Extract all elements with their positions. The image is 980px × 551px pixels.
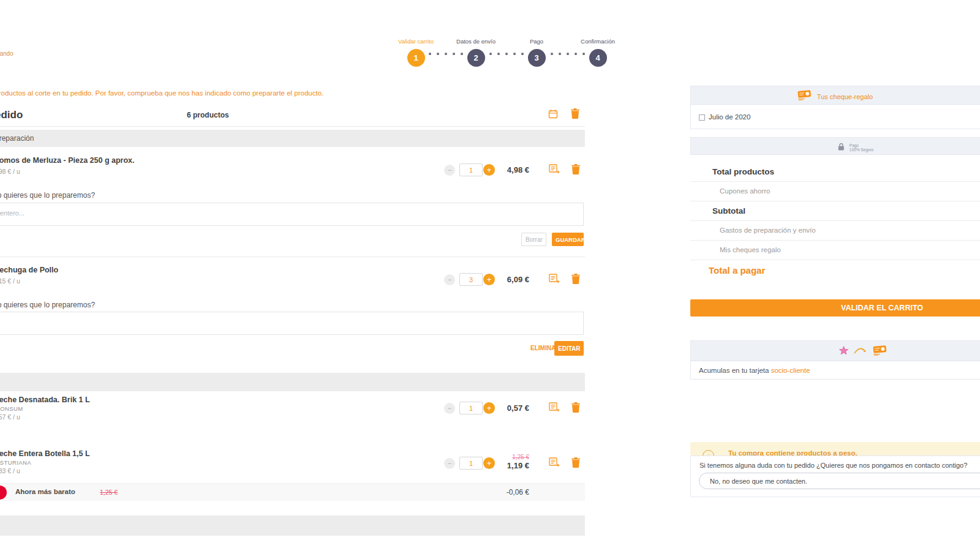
- secure-payment-text: Pago 100% Seguro: [850, 143, 873, 152]
- cheque-month-label: Julio de 2020: [709, 113, 750, 121]
- step-circle-3[interactable]: 3: [528, 49, 546, 67]
- lock-icon: [838, 142, 845, 153]
- quantity-input[interactable]: [459, 402, 483, 414]
- remove-product-button[interactable]: [571, 164, 580, 176]
- step-label: Confirmación: [561, 38, 635, 45]
- step-dots: [429, 53, 463, 55]
- loyalty-text: Acumulas en tu tarjeta socio-cliente: [699, 367, 810, 374]
- back-link[interactable]: Seguir comprando: [0, 50, 13, 57]
- quantity-input[interactable]: [459, 273, 483, 286]
- quantity-decrease-button[interactable]: −: [444, 458, 455, 469]
- product-name: Pechuga de Pollo: [0, 266, 58, 274]
- product-price: 1,19 €: [502, 461, 529, 470]
- remove-product-button[interactable]: [571, 402, 580, 414]
- cart-page: { "icons": {"plus": "+", "minus": "−", "…: [0, 0, 980, 551]
- note-icon: [549, 276, 560, 285]
- totals-block: Total productos Cupones ahorro Subtotal …: [690, 162, 980, 281]
- gift-cheques-header: Tus cheque-regalo: [691, 86, 980, 105]
- quantity-input[interactable]: [459, 163, 483, 176]
- gift-cheques-title: Tus cheque-regalo: [817, 93, 873, 100]
- step-circle-2[interactable]: 2: [467, 49, 485, 67]
- summary-row-total-productos: Total productos: [690, 162, 980, 182]
- contact-question: Si tenemos alguna duda con tu pedido ¿Qu…: [699, 462, 967, 469]
- section-header-preparation: Elige preparación: [0, 130, 585, 147]
- trash-icon: [571, 460, 580, 470]
- step-circle-4[interactable]: 4: [589, 49, 607, 67]
- note-icon: [549, 405, 560, 414]
- cheque-icon: [872, 345, 888, 358]
- clear-note-button[interactable]: Borrar: [521, 233, 546, 246]
- bottom-section-bar: [0, 515, 585, 536]
- product-price: 6,09 €: [502, 275, 529, 284]
- product-price: 0,57 €: [502, 403, 529, 413]
- loyalty-prefix: Acumulas en tu tarjeta: [699, 367, 771, 374]
- cheque-icon: [797, 90, 812, 103]
- calendar-icon: [548, 111, 558, 121]
- product-price: 4,98 €: [502, 165, 529, 174]
- trash-icon: [571, 111, 579, 121]
- quantity-increase-button[interactable]: +: [483, 164, 495, 176]
- validate-cart-button[interactable]: VALIDAR EL CARRITO: [690, 299, 980, 317]
- quantity-decrease-button[interactable]: −: [444, 403, 455, 414]
- cart-title: Mi pedido: [0, 109, 23, 121]
- empty-cart-button[interactable]: [571, 108, 579, 121]
- summary-row-cupones: Cupones ahorro: [690, 182, 980, 201]
- note-icon: [549, 167, 560, 176]
- prep-textarea[interactable]: [0, 312, 584, 335]
- loyalty-panel: Acumulas en tu tarjeta socio-cliente: [690, 340, 980, 380]
- add-note-button[interactable]: [549, 164, 560, 176]
- section-divider-bar: [0, 373, 585, 391]
- loyalty-row: Acumulas en tu tarjeta socio-cliente: [691, 361, 980, 381]
- delivery-date-button[interactable]: [548, 109, 558, 121]
- discount-label: Ahora más barato: [15, 488, 75, 495]
- discount-row: Ahora más barato 1,25 € -0,06 €: [0, 483, 585, 501]
- product-unit-price: 2,15 € / u: [0, 277, 20, 285]
- quantity-decrease-button[interactable]: −: [444, 274, 455, 285]
- cut-products-warning: Tienes productos al corte en tu pedido. …: [0, 89, 323, 97]
- product-name: Lomos de Merluza - Pieza 250 g aprox.: [0, 156, 135, 165]
- add-note-button[interactable]: [549, 402, 560, 414]
- secure-line-2: 100% Seguro: [850, 148, 873, 152]
- quantity-increase-button[interactable]: +: [483, 274, 495, 285]
- loyalty-header: [691, 341, 980, 361]
- curved-arrow-icon: [854, 347, 867, 358]
- edit-note-button[interactable]: EDITAR: [554, 341, 584, 356]
- step-circle-1[interactable]: 1: [407, 49, 425, 67]
- product-name: Leche Desnatada. Brik 1 L: [0, 395, 90, 404]
- trash-icon: [571, 405, 580, 414]
- cheque-checkbox[interactable]: [699, 114, 705, 121]
- section-label: Elige preparación: [0, 134, 34, 143]
- add-note-button[interactable]: [549, 274, 560, 285]
- total-to-pay-label: Total a pagar: [690, 260, 980, 281]
- product-brand: CONSUM: [0, 405, 23, 412]
- step-dots: [551, 53, 585, 55]
- remove-product-button[interactable]: [571, 457, 580, 470]
- star-icon: [839, 346, 849, 358]
- prep-textarea[interactable]: [0, 203, 584, 226]
- quantity-decrease-button[interactable]: −: [444, 165, 455, 176]
- quantity-increase-button[interactable]: +: [483, 457, 495, 469]
- summary-row-subtotal: Subtotal: [690, 201, 980, 221]
- trash-icon: [571, 277, 580, 286]
- contact-select[interactable]: No, no deseo que me contacten.: [699, 473, 980, 489]
- validate-cart-label: VALIDAR EL CARRITO: [841, 304, 923, 312]
- product-old-price: 1,25 €: [502, 454, 529, 460]
- remove-product-button[interactable]: [571, 274, 580, 286]
- product-brand: ASTURIANA: [0, 459, 31, 466]
- summary-row-cheques: Mis cheques regalo: [690, 241, 980, 260]
- discount-amount: -0,06 €: [502, 488, 529, 497]
- product-name: Leche Entera Botella 1,5 L: [0, 449, 90, 458]
- product-count: 6 productos: [187, 111, 229, 119]
- contact-box: Si tenemos alguna duda con tu pedido ¿Qu…: [690, 455, 980, 497]
- summary-row-gastos: Gastos de preparación y envío: [690, 221, 980, 241]
- note-icon: [549, 460, 560, 469]
- save-note-button[interactable]: GUARDAR: [552, 233, 584, 246]
- quantity-input[interactable]: [459, 457, 483, 470]
- cheque-row: Julio de 2020: [691, 105, 980, 130]
- discount-old-price: 1,25 €: [100, 489, 118, 496]
- loyalty-link[interactable]: socio-cliente: [771, 367, 810, 374]
- step-dots: [489, 53, 524, 55]
- product-unit-price: 0,57 € / u: [0, 413, 20, 421]
- quantity-increase-button[interactable]: +: [483, 402, 495, 414]
- add-note-button[interactable]: [549, 457, 560, 469]
